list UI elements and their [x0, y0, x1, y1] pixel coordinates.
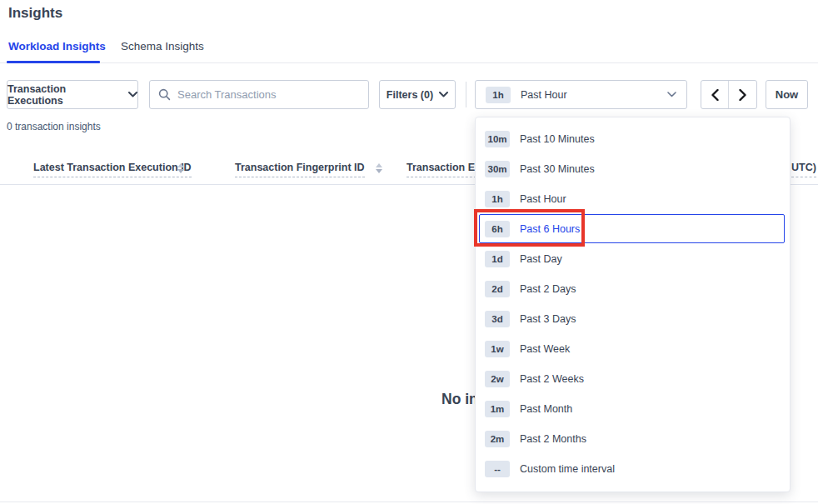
filters-label: Filters (0)	[387, 89, 433, 101]
active-tab-underline	[7, 61, 100, 63]
sort-icon[interactable]	[177, 163, 184, 173]
time-option-label: Past Week	[520, 343, 570, 355]
time-option-badge: 1w	[485, 341, 510, 357]
time-option-label: Past 2 Months	[520, 433, 586, 445]
time-option-past-day[interactable]: 1dPast Day	[476, 244, 790, 274]
time-nav-arrows	[701, 80, 757, 109]
tab-bar-divider	[0, 62, 818, 63]
page-title: Insights	[8, 5, 62, 22]
time-option-past-hour[interactable]: 1hPast Hour	[476, 184, 790, 214]
sort-icon[interactable]	[376, 163, 382, 173]
now-button[interactable]: Now	[766, 80, 808, 109]
time-option-past-2-months[interactable]: 2mPast 2 Months	[476, 424, 790, 454]
insights-page: Insights Workload Insights Schema Insigh…	[0, 0, 818, 504]
column-header-latest-transaction-execution-id[interactable]: Latest Transaction Execution ID	[33, 162, 192, 177]
time-option-past-3-days[interactable]: 3dPast 3 Days	[476, 304, 790, 334]
time-option-label: Past 10 Minutes	[520, 133, 595, 145]
time-option-past-6-hours[interactable]: 6hPast 6 Hours	[476, 214, 790, 244]
time-option-label: Past 6 Hours	[520, 223, 580, 235]
search-input[interactable]	[177, 88, 360, 101]
chevron-down-icon	[439, 92, 448, 97]
time-option-custom-time-interval[interactable]: --Custom time interval	[476, 454, 790, 484]
time-option-badge: --	[485, 461, 510, 477]
chevron-left-icon	[711, 89, 719, 101]
time-option-badge: 10m	[485, 131, 510, 147]
type-select-label: Transaction Executions	[7, 83, 122, 107]
time-range-label: Past Hour	[521, 89, 567, 101]
prev-interval-button[interactable]	[701, 81, 729, 108]
type-select-button[interactable]: Transaction Executions	[7, 80, 138, 109]
time-option-badge: 1m	[485, 401, 510, 417]
time-option-badge: 2d	[485, 281, 510, 297]
column-header-start-time-utc-clipped[interactable]: UTC)	[791, 162, 816, 177]
time-option-badge: 1d	[485, 251, 510, 267]
time-option-past-10-minutes[interactable]: 10mPast 10 Minutes	[476, 124, 790, 154]
time-option-label: Past 2 Days	[520, 283, 576, 295]
time-option-past-month[interactable]: 1mPast Month	[476, 394, 790, 424]
time-option-badge: 6h	[485, 221, 510, 237]
column-header-transaction-fingerprint-id[interactable]: Transaction Fingerprint ID	[235, 162, 365, 177]
time-option-badge: 1h	[485, 191, 510, 207]
time-option-badge: 2m	[485, 431, 510, 447]
insights-count: 0 transaction insights	[7, 121, 101, 132]
time-option-label: Past Day	[520, 253, 562, 265]
time-option-label: Past Month	[520, 403, 572, 415]
chevron-down-icon	[667, 92, 676, 97]
time-range-badge: 1h	[486, 87, 511, 103]
tab-schema-insights[interactable]: Schema Insights	[121, 40, 204, 52]
time-option-past-week[interactable]: 1wPast Week	[476, 334, 790, 364]
next-interval-button[interactable]	[729, 81, 756, 108]
time-option-badge: 3d	[485, 311, 510, 327]
filters-button[interactable]: Filters (0)	[379, 80, 456, 109]
chevron-right-icon	[739, 89, 746, 101]
time-option-badge: 2w	[485, 371, 510, 387]
column-header-transaction-execution-clipped[interactable]: Transaction Ex	[407, 162, 481, 177]
time-option-label: Past 2 Weeks	[520, 373, 584, 385]
time-option-past-2-days[interactable]: 2dPast 2 Days	[476, 274, 790, 304]
time-option-past-30-minutes[interactable]: 30mPast 30 Minutes	[476, 154, 790, 184]
search-icon	[158, 88, 171, 101]
time-option-label: Past 3 Days	[520, 313, 576, 325]
chevron-down-icon	[128, 92, 137, 97]
bottom-divider	[0, 502, 818, 502]
tab-bar: Workload Insights Schema Insights	[0, 38, 818, 63]
time-option-label: Past 30 Minutes	[520, 163, 595, 175]
tab-workload-insights[interactable]: Workload Insights	[8, 40, 106, 52]
time-option-past-2-weeks[interactable]: 2wPast 2 Weeks	[476, 364, 790, 394]
time-option-label: Past Hour	[520, 193, 566, 205]
time-option-label: Custom time interval	[520, 463, 615, 475]
toolbar-divider	[466, 82, 466, 107]
time-option-badge: 30m	[485, 161, 510, 177]
time-range-trigger[interactable]: 1h Past Hour	[475, 80, 687, 109]
time-interval-dropdown: 10mPast 10 Minutes30mPast 30 Minutes1hPa…	[475, 117, 791, 492]
search-box[interactable]	[149, 80, 369, 109]
